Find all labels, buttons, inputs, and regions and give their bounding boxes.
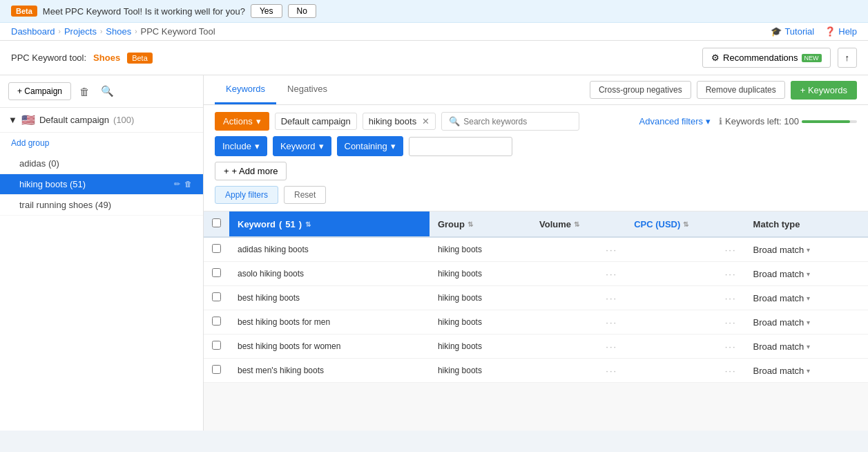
campaign-name: Default campaign (39, 115, 109, 125)
sidebar-item-label-trail: trail running shoes (49) (19, 200, 111, 210)
cell-group-1: hiking boots (430, 262, 531, 286)
cell-cpc-5: ··· (626, 359, 744, 383)
cell-cpc-4: ··· (626, 335, 744, 359)
group-column-header[interactable]: Group ⇅ (438, 219, 523, 229)
cell-keyword-3: best hiking boots for men (229, 310, 430, 335)
recommendations-button[interactable]: ⚙ Recommendations NEW (702, 48, 830, 68)
match-chevron-icon[interactable]: ▾ (807, 294, 810, 302)
tab-negatives[interactable]: Negatives (276, 75, 338, 104)
cell-group-5: hiking boots (430, 359, 531, 383)
tag-remove-icon[interactable]: ✕ (422, 116, 430, 126)
bar-track (802, 120, 857, 123)
cell-cpc-1: ··· (626, 262, 744, 286)
keyword-chevron-icon: ▾ (319, 141, 324, 151)
search-icon-button[interactable]: 🔍 (98, 82, 117, 100)
trash-icon[interactable]: 🗑 (184, 180, 192, 189)
recommendations-icon: ⚙ (711, 53, 720, 63)
cell-keyword-0: adidas hiking boots (229, 237, 430, 262)
actions-dropdown[interactable]: Actions ▾ (215, 112, 269, 131)
keywords-progress-bar (802, 120, 857, 123)
match-chevron-icon[interactable]: ▾ (807, 343, 810, 350)
collapse-icon: ▼ (8, 115, 17, 125)
advanced-filters-button[interactable]: Advanced filters ▾ (639, 116, 711, 126)
new-badge: NEW (802, 54, 822, 62)
search-keywords-input[interactable] (463, 117, 572, 126)
filter-bar: Actions ▾ Default campaign hiking boots … (204, 105, 868, 211)
hiking-boots-tag: hiking boots ✕ (363, 113, 436, 130)
cpc-link[interactable]: CPC (USD) (634, 219, 680, 229)
search-keywords-input-wrapper: 🔍 (441, 112, 579, 131)
cell-keyword-2: best hiking boots (229, 286, 430, 310)
match-chevron-icon[interactable]: ▾ (807, 319, 810, 326)
edit-icon[interactable]: ✏ (174, 180, 180, 189)
add-keywords-button[interactable]: + Keywords (791, 81, 857, 100)
cell-volume-1: ··· (531, 262, 626, 286)
breadcrumb-dashboard[interactable]: Dashboard (11, 26, 55, 37)
row-checkbox-0[interactable] (212, 244, 221, 253)
cell-match-3: Broad match ▾ (745, 310, 868, 335)
cell-match-5: Broad match ▾ (745, 359, 868, 383)
sidebar-toolbar: + Campaign 🗑 🔍 (0, 75, 203, 108)
add-more-button[interactable]: + + Add more (215, 162, 287, 180)
sidebar-item-trail-running[interactable]: trail running shoes (49) (0, 195, 203, 216)
beta-badge: Beta (11, 6, 37, 17)
campaign-group[interactable]: ▼ 🇺🇸 Default campaign (100) (0, 108, 203, 133)
help-link[interactable]: ❓ Help (824, 26, 857, 37)
row-checkbox-2[interactable] (212, 292, 221, 301)
tabs: Keywords Negatives (215, 75, 338, 104)
keywords-table: Keyword (51) ⇅ Group ⇅ (204, 211, 868, 383)
include-chevron-icon: ▾ (255, 141, 260, 151)
tabs-toolbar: Keywords Negatives Cross-group negatives… (204, 75, 868, 105)
row-checkbox-5[interactable] (212, 365, 221, 374)
containing-dropdown[interactable]: Containing ▾ (337, 136, 403, 156)
keyword-dropdown[interactable]: Keyword ▾ (273, 136, 331, 156)
export-button[interactable]: ↑ (838, 48, 858, 68)
cross-group-negatives-button[interactable]: Cross-group negatives (590, 81, 691, 99)
reset-button[interactable]: Reset (284, 186, 326, 204)
match-chevron-icon[interactable]: ▾ (807, 270, 810, 278)
delete-icon-button[interactable]: 🗑 (77, 83, 93, 100)
breadcrumb-shoes[interactable]: Shoes (106, 26, 131, 37)
yes-button[interactable]: Yes (251, 4, 282, 18)
volume-column-header[interactable]: Volume ⇅ (539, 219, 617, 229)
containing-chevron-icon: ▾ (391, 141, 396, 151)
table-row: adidas hiking boots hiking boots ··· ···… (204, 237, 868, 262)
tutorial-link[interactable]: 🎓 Tutorial (771, 26, 814, 37)
row-checkbox-4[interactable] (212, 341, 221, 350)
table-row: best hiking boots for women hiking boots… (204, 335, 868, 359)
tab-actions: Cross-group negatives Remove duplicates … (590, 81, 857, 100)
containing-text-input[interactable] (409, 137, 512, 156)
cell-cpc-2: ··· (626, 286, 744, 310)
sidebar-item-adidas[interactable]: adidas (0) (0, 153, 203, 174)
group-sort-icon: ⇅ (467, 220, 473, 228)
no-button[interactable]: No (288, 4, 316, 18)
match-chevron-icon[interactable]: ▾ (807, 367, 810, 375)
match-chevron-icon[interactable]: ▾ (807, 246, 810, 254)
keyword-column-header[interactable]: Keyword (51) ⇅ (238, 219, 421, 229)
breadcrumb: Dashboard › Projects › Shoes › PPC Keywo… (11, 26, 215, 37)
cell-group-0: hiking boots (430, 237, 531, 262)
sidebar-item-hiking-boots[interactable]: hiking boots (51) ✏ 🗑 (0, 174, 203, 195)
row-checkbox-1[interactable] (212, 268, 221, 277)
page-header: PPC Keyword tool: Shoes Beta ⚙ Recommend… (0, 41, 868, 75)
apply-filters-button[interactable]: Apply filters (215, 186, 278, 204)
add-group-link[interactable]: Add group (0, 133, 203, 153)
cell-cpc-0: ··· (626, 237, 744, 262)
row-checkbox-3[interactable] (212, 317, 221, 326)
plus-icon: + (224, 166, 229, 176)
filter-row2: Include ▾ Keyword ▾ Containing ▾ (215, 136, 857, 156)
tab-keywords[interactable]: Keywords (215, 75, 276, 104)
breadcrumb-projects[interactable]: Projects (64, 26, 97, 37)
add-more-row: + + Add more (215, 162, 857, 180)
volume-sort-icon: ⇅ (574, 220, 579, 228)
page-title: PPC Keyword tool: Shoes Beta (11, 53, 153, 64)
banner-message: Meet PPC Keyword Tool! Is it working wel… (43, 6, 245, 17)
include-dropdown[interactable]: Include ▾ (215, 136, 267, 156)
cell-match-4: Broad match ▾ (745, 335, 868, 359)
add-campaign-button[interactable]: + Campaign (8, 82, 71, 100)
cpc-column-header[interactable]: CPC (USD) ⇅ (634, 219, 736, 229)
filter-row1: Actions ▾ Default campaign hiking boots … (215, 112, 857, 131)
remove-duplicates-button[interactable]: Remove duplicates (697, 81, 785, 99)
cell-match-1: Broad match ▾ (745, 262, 868, 286)
select-all-checkbox[interactable] (212, 218, 221, 227)
